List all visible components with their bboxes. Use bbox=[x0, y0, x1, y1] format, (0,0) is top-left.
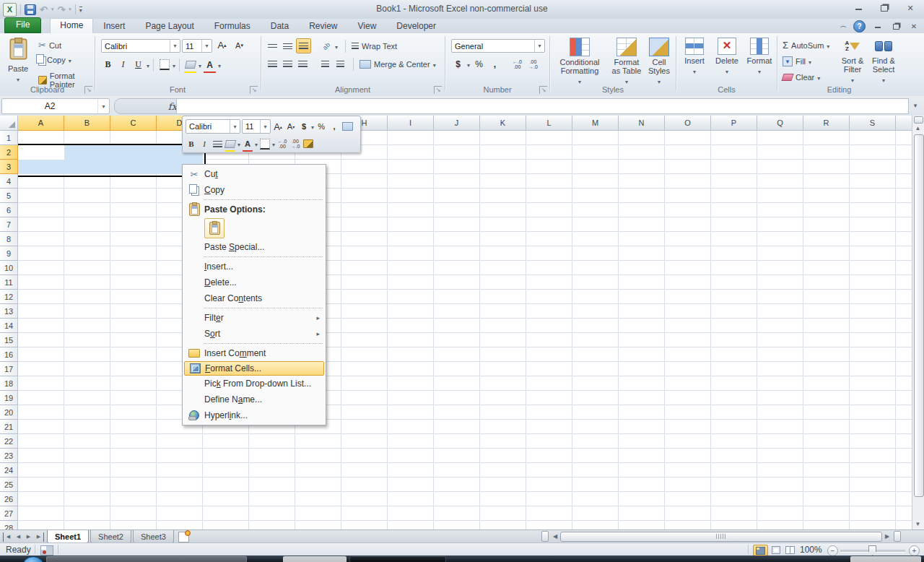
tab-file[interactable]: File bbox=[4, 17, 41, 33]
underline-dropdown-icon[interactable] bbox=[147, 60, 149, 70]
font-size-select[interactable]: 11 bbox=[182, 39, 212, 53]
row-header-13[interactable]: 13 bbox=[0, 304, 18, 319]
tab-home[interactable]: Home bbox=[50, 18, 93, 33]
row-header-19[interactable]: 19 bbox=[0, 391, 18, 405]
row-header-5[interactable]: 5 bbox=[0, 189, 18, 203]
taskbar-item[interactable] bbox=[46, 556, 247, 562]
delete-cells-button[interactable]: ✕ Delete bbox=[711, 38, 743, 77]
row-header-4[interactable]: 4 bbox=[0, 174, 18, 189]
row-header-16[interactable]: 16 bbox=[0, 347, 18, 362]
tab-review[interactable]: Review bbox=[299, 19, 347, 33]
accounting-dropdown-icon[interactable] bbox=[467, 59, 470, 69]
mini-borders-button[interactable] bbox=[259, 137, 271, 150]
column-header-s[interactable]: S bbox=[850, 116, 896, 131]
row-header-11[interactable]: 11 bbox=[0, 275, 18, 290]
borders-button[interactable] bbox=[157, 58, 171, 72]
clipboard-dialog-launcher-icon[interactable]: ↘ bbox=[84, 86, 92, 94]
menu-item-copy[interactable]: Copy bbox=[184, 182, 324, 198]
row-header-26[interactable]: 26 bbox=[0, 492, 18, 506]
cut-button[interactable]: ✂ Cut bbox=[36, 39, 64, 51]
vertical-scrollbar[interactable]: ▲ ▼ bbox=[912, 116, 924, 529]
menu-item-define-name[interactable]: Define Name... bbox=[184, 392, 324, 407]
wrap-text-button[interactable]: Wrap Text bbox=[349, 41, 399, 51]
prev-sheet-icon[interactable]: ◀ bbox=[14, 532, 23, 542]
mini-font-color-dropdown-icon[interactable] bbox=[255, 139, 258, 149]
menu-item-clear-contents[interactable]: Clear Contents bbox=[184, 290, 324, 306]
row-header-17[interactable]: 17 bbox=[0, 362, 18, 376]
mini-bold-button[interactable]: B bbox=[186, 137, 197, 150]
borders-dropdown-icon[interactable] bbox=[173, 60, 175, 70]
autosum-button[interactable]: Σ AutoSum bbox=[780, 39, 832, 51]
shrink-font-button[interactable]: A▾ bbox=[232, 38, 246, 52]
last-sheet-icon[interactable]: ▶ bbox=[34, 532, 44, 542]
mini-borders-dropdown-icon[interactable] bbox=[272, 139, 275, 149]
normal-view-button[interactable] bbox=[753, 545, 768, 556]
name-box[interactable]: A2 bbox=[1, 98, 110, 114]
minimize-button[interactable] bbox=[849, 3, 868, 14]
align-center-button[interactable] bbox=[281, 57, 295, 71]
sort-filter-button[interactable]: AZ Sort & Filter bbox=[837, 38, 868, 85]
row-header-12[interactable]: 12 bbox=[0, 290, 18, 304]
column-header-j[interactable]: J bbox=[434, 116, 480, 131]
workbook-minimize-button[interactable] bbox=[872, 22, 884, 31]
copy-button[interactable]: Copy bbox=[36, 55, 74, 65]
formula-input[interactable] bbox=[176, 98, 909, 114]
scroll-right-icon[interactable]: ▶ bbox=[882, 532, 892, 542]
row-header-10[interactable]: 10 bbox=[0, 261, 18, 275]
horizontal-scroll-thumb[interactable] bbox=[560, 532, 882, 542]
conditional-formatting-button[interactable]: Conditional Formatting bbox=[552, 38, 608, 87]
mini-shrink-font-button[interactable]: A▾ bbox=[285, 120, 297, 133]
menu-item-paste-special[interactable]: Paste Special... bbox=[184, 239, 324, 255]
column-header-k[interactable]: K bbox=[480, 116, 526, 131]
horizontal-split-handle-right[interactable] bbox=[894, 531, 901, 542]
merge-center-button[interactable]: Merge & Center bbox=[357, 59, 438, 69]
underline-button[interactable]: U bbox=[131, 58, 145, 72]
clear-button[interactable]: Clear bbox=[780, 72, 822, 82]
workbook-restore-button[interactable] bbox=[890, 22, 902, 31]
font-color-button[interactable]: A bbox=[203, 58, 217, 72]
fill-color-dropdown-icon[interactable] bbox=[199, 60, 201, 70]
page-break-view-button[interactable] bbox=[783, 545, 797, 555]
bold-button[interactable]: B bbox=[101, 58, 115, 72]
column-header-a[interactable]: A bbox=[18, 116, 64, 131]
row-header-14[interactable]: 14 bbox=[0, 319, 18, 333]
mini-fill-color-dropdown-icon[interactable] bbox=[237, 139, 240, 149]
align-right-button[interactable] bbox=[296, 57, 310, 71]
row-header-15[interactable]: 15 bbox=[0, 333, 18, 347]
menu-item-paste-options[interactable]: Paste Options: bbox=[184, 202, 324, 217]
italic-button[interactable]: I bbox=[116, 58, 130, 72]
zoom-in-icon[interactable]: + bbox=[909, 545, 920, 556]
help-icon[interactable]: ? bbox=[853, 20, 866, 33]
row-header-18[interactable]: 18 bbox=[0, 376, 18, 391]
column-header-t[interactable]: T bbox=[896, 116, 912, 131]
row-header-25[interactable]: 25 bbox=[0, 477, 18, 492]
sheet-tab-sheet3[interactable]: Sheet3 bbox=[133, 530, 174, 543]
find-select-button[interactable]: Find & Select bbox=[868, 38, 899, 85]
decrease-decimal-button[interactable]: .00→.0 bbox=[526, 57, 540, 71]
column-header-b[interactable]: B bbox=[64, 116, 110, 131]
number-format-select[interactable]: General bbox=[451, 39, 545, 53]
taskbar-item[interactable] bbox=[850, 556, 921, 562]
expand-formula-bar-icon[interactable]: ▾ bbox=[909, 100, 922, 111]
zoom-level[interactable]: 100% bbox=[800, 545, 822, 555]
menu-item-insert-comment[interactable]: Insert Comment bbox=[184, 345, 324, 361]
sheet-grid[interactable]: ABCDEFGHIJKLMNOPQRST 1234567891011121314… bbox=[0, 116, 912, 529]
tab-view[interactable]: View bbox=[348, 19, 387, 33]
column-header-i[interactable]: I bbox=[388, 116, 434, 131]
page-layout-view-button[interactable] bbox=[769, 545, 783, 555]
row-header-2[interactable]: 2 bbox=[0, 145, 18, 160]
column-header-c[interactable]: C bbox=[110, 116, 157, 131]
tab-formulas[interactable]: Formulas bbox=[204, 19, 261, 33]
paste-keep-formatting-button[interactable] bbox=[204, 218, 225, 238]
sheet-tab-sheet1[interactable]: Sheet1 bbox=[47, 530, 89, 543]
accounting-format-button[interactable]: $ bbox=[451, 57, 465, 71]
taskbar-item[interactable] bbox=[349, 556, 446, 562]
align-top-button[interactable] bbox=[266, 39, 279, 53]
column-header-p[interactable]: P bbox=[711, 116, 757, 131]
menu-item-pick-from-drop-down-list[interactable]: Pick From Drop-down List... bbox=[184, 376, 324, 392]
orientation-dropdown-icon[interactable] bbox=[335, 41, 338, 51]
scroll-down-icon[interactable]: ▼ bbox=[913, 519, 923, 529]
mini-format-painter-button[interactable] bbox=[302, 137, 314, 150]
start-button[interactable] bbox=[22, 556, 45, 562]
name-box-dropdown-icon[interactable] bbox=[97, 99, 109, 113]
